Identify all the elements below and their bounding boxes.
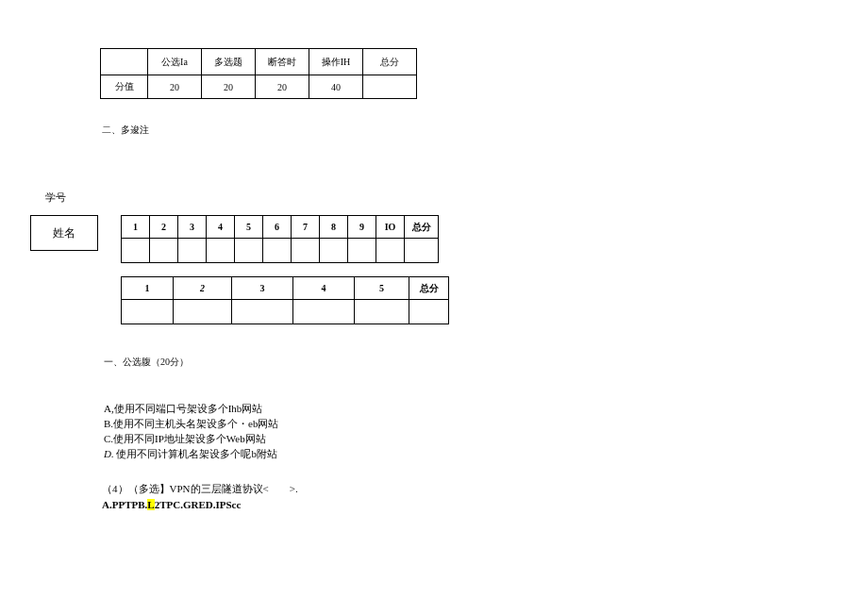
score-header-4: 操作IH <box>309 49 363 75</box>
at2-h6: 总分 <box>409 277 449 300</box>
options-block: A,使用不同端口号架设多个Ihb网站 B.使用不同主机头名架设多个・eb网站 C… <box>104 402 278 462</box>
section-2-heading: 二、多逡注 <box>102 124 149 137</box>
at1-a6 <box>263 239 292 263</box>
at1-a8 <box>320 239 348 263</box>
option-d-text: 使用不同计算机名架设多个呢b附站 <box>114 448 277 459</box>
at2-h1: 1 <box>122 277 174 300</box>
score-header-2: 多选题 <box>202 49 256 75</box>
at1-h9: 9 <box>348 216 376 239</box>
at2-a1 <box>122 300 174 324</box>
at1-a2 <box>150 239 178 263</box>
score-value-2: 20 <box>202 75 256 99</box>
option-b: B.使用不同主机头名架设多个・eb网站 <box>104 417 278 432</box>
q4-l2-suffix: 2TPC.GRED.IPScc <box>155 499 242 510</box>
option-a: A,使用不同端口号架设多个Ihb网站 <box>104 402 278 417</box>
at1-h6: 6 <box>263 216 292 239</box>
at1-h3: 3 <box>178 216 207 239</box>
score-header-3: 断答时 <box>256 49 309 75</box>
q4-line2: A.PPTPB.L2TPC.GRED.IPScc <box>102 497 298 513</box>
at1-h10: IO <box>376 216 405 239</box>
at1-h5: 5 <box>235 216 263 239</box>
at1-h1: 1 <box>122 216 150 239</box>
at1-a5 <box>235 239 263 263</box>
at1-a9 <box>348 239 376 263</box>
option-d-prefix: D. <box>104 448 114 459</box>
option-c: C.使用不同IP地址架设多个Web网站 <box>104 432 278 447</box>
at2-h3: 3 <box>232 277 293 300</box>
name-label: 姓名 <box>53 225 75 241</box>
at2-a2 <box>174 300 232 324</box>
score-value-4: 40 <box>309 75 363 99</box>
at1-atotal <box>405 239 439 263</box>
at1-a1 <box>122 239 150 263</box>
score-value-total <box>363 75 417 99</box>
q4-line1: （4）（多选】VPN的三层隧道协议< >. <box>102 481 298 497</box>
at1-htotal: 总分 <box>405 216 439 239</box>
at1-h7: 7 <box>292 216 320 239</box>
score-header-total: 总分 <box>363 49 417 75</box>
at1-a10 <box>376 239 405 263</box>
at1-h2: 2 <box>150 216 178 239</box>
at2-h5: 5 <box>355 277 409 300</box>
answer-table-1: 1 2 3 4 5 6 7 8 9 IO 总分 <box>121 215 439 263</box>
student-id-label: 学号 <box>45 191 66 205</box>
q4-l2-prefix: A.PPTPB. <box>102 499 147 510</box>
score-row-label: 分值 <box>101 75 148 99</box>
score-value-1: 20 <box>148 75 202 99</box>
at2-a4 <box>293 300 355 324</box>
question-4-block: （4）（多选】VPN的三层隧道协议< >. A.PPTPB.L2TPC.GRED… <box>102 481 298 512</box>
score-header-blank <box>101 49 148 75</box>
score-summary-table: 公选Ia 多选题 断答时 操作IH 总分 分值 20 20 20 40 <box>100 48 417 99</box>
score-header-1: 公选Ia <box>148 49 202 75</box>
at1-a4 <box>207 239 235 263</box>
option-d: D. 使用不同计算机名架设多个呢b附站 <box>104 447 278 462</box>
at2-a3 <box>232 300 293 324</box>
at2-a5 <box>355 300 409 324</box>
q4-l2-highlight: L <box>147 499 154 510</box>
at1-h8: 8 <box>320 216 348 239</box>
at1-h4: 4 <box>207 216 235 239</box>
at2-h2: 2 <box>174 277 232 300</box>
at2-a6 <box>409 300 449 324</box>
score-value-3: 20 <box>256 75 309 99</box>
at1-a3 <box>178 239 207 263</box>
section-1-heading: 一、公选腹（20分） <box>104 356 189 369</box>
at1-a7 <box>292 239 320 263</box>
at2-h4: 4 <box>293 277 355 300</box>
answer-table-2: 1 2 3 4 5 总分 <box>121 276 449 324</box>
name-box: 姓名 <box>30 215 98 251</box>
